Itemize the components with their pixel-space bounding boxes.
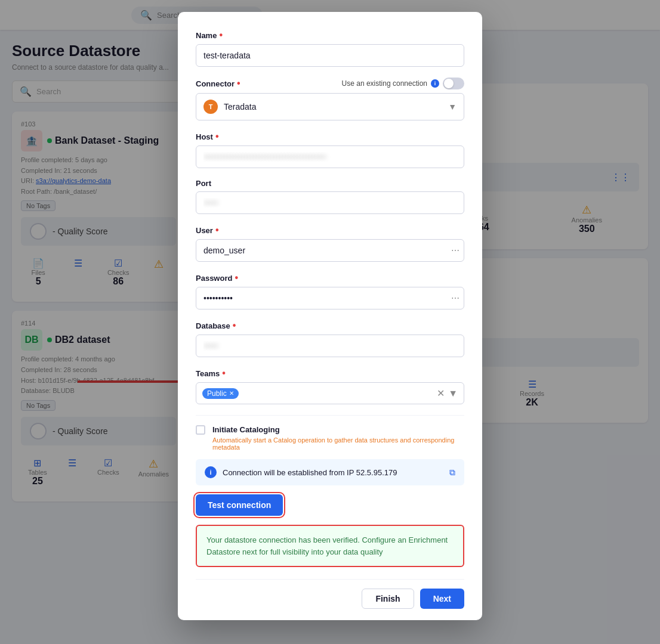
catalog-text: Initiate Cataloging Automatically start … [212, 424, 464, 451]
user-form-group: User • ⋯ [196, 225, 464, 262]
user-required: • [215, 225, 219, 236]
connector-select[interactable]: T Teradata ▼ [196, 93, 464, 120]
password-input-wrapper: ⋯ [196, 287, 464, 309]
host-label: Host • [196, 131, 464, 142]
password-form-group: Password • ⋯ [196, 273, 464, 309]
port-input[interactable] [196, 191, 464, 214]
ip-text: Connection will be established from IP 5… [223, 468, 397, 477]
existing-connection-row: Use an existing connection i [342, 78, 464, 89]
database-required: • [233, 320, 236, 331]
connector-required: • [237, 78, 240, 89]
password-required: • [235, 273, 238, 283]
team-tag-remove[interactable]: ✕ [229, 390, 234, 397]
info-icon-existing: i [431, 79, 439, 88]
teams-dropdown-btn[interactable]: ▼ [448, 388, 458, 399]
name-label: Name • [196, 30, 464, 41]
success-text: Your datastore connection has been verif… [206, 534, 454, 558]
modal-dialog: Name • Connector • Use an existing conne… [178, 12, 482, 620]
database-label: Database • [196, 320, 464, 331]
port-form-group: Port [196, 179, 464, 214]
database-form-group: Database • [196, 320, 464, 357]
user-input[interactable] [196, 239, 464, 262]
catalog-checkbox[interactable] [196, 425, 205, 435]
password-action-btn[interactable]: ⋯ [451, 293, 459, 303]
catalog-row: Initiate Cataloging Automatically start … [196, 415, 464, 459]
teradata-icon: T [203, 100, 218, 114]
connector-row: Connector • Use an existing connection i [196, 78, 464, 89]
password-input[interactable] [196, 287, 464, 309]
ip-info-box: i Connection will be established from IP… [196, 459, 464, 485]
user-action-btn[interactable]: ⋯ [451, 246, 459, 255]
copy-ip-btn[interactable]: ⧉ [449, 467, 455, 478]
user-label: User • [196, 225, 464, 236]
existing-toggle[interactable] [443, 78, 464, 89]
info-circle-icon: i [205, 466, 217, 478]
name-required: • [219, 30, 223, 41]
test-connection-button[interactable]: Test connection [196, 494, 283, 516]
teams-form-group: Teams • Public ✕ ✕ ▼ [196, 368, 464, 404]
user-input-wrapper: ⋯ [196, 239, 464, 262]
host-required: • [215, 131, 219, 142]
teams-clear-btn[interactable]: ✕ [437, 388, 445, 399]
teams-label: Teams • [196, 368, 464, 379]
modal-overlay: Name • Connector • Use an existing conne… [0, 0, 660, 644]
background-page: 🔍 Search data... Source Datastore Connec… [0, 0, 660, 644]
teams-required: • [222, 368, 226, 379]
name-input[interactable] [196, 44, 464, 67]
connector-label: Connector • [196, 78, 240, 89]
teams-input[interactable]: Public ✕ ✕ ▼ [196, 382, 464, 404]
host-input[interactable] [196, 145, 464, 168]
connector-chevron: ▼ [448, 102, 457, 112]
team-tag-public: Public ✕ [202, 388, 239, 399]
modal-footer: Finish Next [196, 579, 464, 609]
port-label: Port [196, 179, 464, 188]
host-form-group: Host • [196, 131, 464, 168]
finish-button[interactable]: Finish [362, 589, 414, 609]
password-label: Password • [196, 273, 464, 283]
toggle-knob [444, 79, 454, 88]
success-box: Your datastore connection has been verif… [196, 525, 464, 567]
next-button[interactable]: Next [420, 589, 464, 609]
connector-form-group: Connector • Use an existing connection i… [196, 78, 464, 120]
database-input[interactable] [196, 335, 464, 357]
name-form-group: Name • [196, 30, 464, 67]
